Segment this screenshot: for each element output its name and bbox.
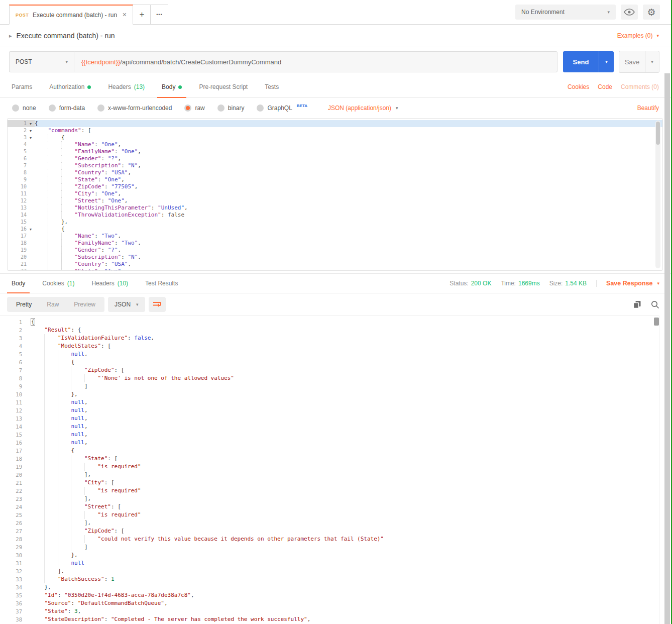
code-line: 22 "State": "Two", bbox=[8, 268, 662, 271]
line-number: 7 bbox=[0, 366, 22, 374]
send-options-button[interactable]: ▾ bbox=[599, 51, 614, 72]
code-line: 30 }, bbox=[0, 551, 659, 559]
fold-toggle-icon[interactable]: ▾ bbox=[27, 127, 35, 134]
fold-toggle-icon[interactable]: ▾ bbox=[27, 226, 35, 233]
code-line: 5 "FamilyName": "One", bbox=[8, 148, 662, 155]
fold-gutter bbox=[22, 342, 31, 350]
content-type-selector[interactable]: JSON (application/json) ▾ bbox=[328, 105, 398, 112]
indent-guide bbox=[58, 455, 58, 463]
indent-guide bbox=[44, 382, 45, 390]
tab-method-label: POST bbox=[16, 13, 29, 18]
code-text: null, bbox=[31, 414, 659, 423]
response-format-selector[interactable]: JSON ▾ bbox=[108, 297, 145, 312]
environment-selector[interactable]: No Environment ▾ bbox=[515, 5, 616, 20]
response-tab-test-results[interactable]: Test Results bbox=[141, 274, 182, 293]
close-tab-icon[interactable]: ✕ bbox=[122, 12, 127, 18]
code-line: 12 "Street": "One", bbox=[8, 197, 662, 204]
request-body-editor[interactable]: 1▾{2▾ "commands": [3▾ {4 "Name": "One",5… bbox=[7, 118, 663, 271]
response-tab-body[interactable]: Body bbox=[7, 274, 30, 293]
fold-gutter bbox=[22, 599, 31, 607]
fold-toggle-icon[interactable]: ▾ bbox=[27, 120, 35, 127]
body-mode-none[interactable]: none bbox=[12, 105, 36, 112]
fold-gutter bbox=[22, 326, 31, 334]
indent-guide bbox=[58, 535, 58, 543]
copy-response-button[interactable] bbox=[633, 300, 641, 309]
request-editor-scrollbar-thumb[interactable] bbox=[656, 122, 660, 145]
code-text: null, bbox=[31, 439, 659, 447]
fold-gutter bbox=[27, 190, 35, 197]
request-tab-headers[interactable]: Headers(13) bbox=[103, 76, 149, 97]
cookies-link[interactable]: Cookies bbox=[568, 83, 589, 90]
request-tab-params[interactable]: Params bbox=[7, 76, 37, 97]
chevron-down-icon: ▾ bbox=[607, 10, 610, 15]
code-text: "ZipCode": [ bbox=[31, 527, 659, 535]
environment-quick-look-button[interactable] bbox=[621, 5, 638, 20]
line-number: 23 bbox=[0, 495, 22, 503]
line-number: 8 bbox=[8, 169, 27, 176]
wrap-lines-button[interactable] bbox=[149, 297, 166, 312]
body-mode-graphql[interactable]: GraphQLBETA bbox=[257, 105, 307, 112]
code-line: 9 "State": "One", bbox=[8, 176, 662, 183]
request-tab-authorization[interactable]: Authorization bbox=[45, 76, 95, 97]
page-scrollbar[interactable] bbox=[664, 73, 670, 624]
fold-gutter bbox=[22, 503, 31, 511]
fold-gutter bbox=[27, 176, 35, 183]
url-input[interactable]: {{tcendpoint}}/api/command/batch/CreateC… bbox=[74, 51, 557, 72]
body-mode-x-www-form-urlencoded[interactable]: x-www-form-urlencoded bbox=[97, 105, 172, 112]
body-mode-form-data[interactable]: form-data bbox=[49, 105, 85, 112]
fold-toggle-icon[interactable]: ▾ bbox=[27, 134, 35, 141]
indent-guide bbox=[44, 406, 45, 414]
settings-button[interactable]: ⚙ bbox=[643, 5, 660, 20]
new-tab-button[interactable]: + bbox=[133, 5, 151, 25]
indent-guide bbox=[44, 559, 45, 567]
indent-guide bbox=[48, 190, 48, 197]
indent-guide bbox=[61, 141, 62, 148]
fold-gutter bbox=[22, 334, 31, 342]
body-mode-binary[interactable]: binary bbox=[217, 105, 245, 112]
request-tab[interactable]: POST Execute command (batch) - run ✕ bbox=[9, 5, 133, 25]
examples-dropdown[interactable]: Examples (0) ▾ bbox=[617, 32, 659, 39]
request-tab-tests[interactable]: Tests bbox=[260, 76, 283, 97]
indent-guide bbox=[48, 204, 48, 212]
send-button[interactable]: Send bbox=[563, 51, 599, 72]
tabs-menu-button[interactable]: ••• bbox=[151, 5, 168, 25]
indent-guide bbox=[48, 219, 48, 226]
view-mode-preview[interactable]: Preview bbox=[66, 301, 103, 308]
code-text: null, bbox=[31, 350, 659, 358]
method-selector[interactable]: POST ▾ bbox=[9, 51, 74, 72]
view-mode-raw[interactable]: Raw bbox=[39, 301, 66, 308]
body-mode-raw[interactable]: raw bbox=[184, 105, 204, 112]
indent-guide bbox=[44, 575, 45, 583]
save-response-dropdown[interactable]: Save Response ▾ bbox=[596, 280, 659, 287]
line-number: 10 bbox=[8, 183, 27, 190]
code-line: 2▾ "commands": [ bbox=[8, 127, 662, 134]
line-number: 37 bbox=[0, 607, 22, 615]
beautify-link[interactable]: Beautify bbox=[637, 105, 659, 112]
response-tab-headers[interactable]: Headers(10) bbox=[87, 274, 133, 293]
tab-label: Headers bbox=[91, 280, 114, 287]
search-response-button[interactable] bbox=[651, 300, 659, 309]
save-button[interactable]: Save bbox=[619, 51, 645, 72]
comments-link[interactable]: Comments (0) bbox=[621, 83, 659, 90]
response-tab-cookies[interactable]: Cookies(1) bbox=[38, 274, 79, 293]
view-mode-pretty[interactable]: Pretty bbox=[9, 301, 39, 308]
code-text: "ZipCode": [ bbox=[31, 366, 659, 374]
response-editor-scrollbar-thumb[interactable] bbox=[654, 318, 659, 326]
request-tab-pre-request-script[interactable]: Pre-request Script bbox=[194, 76, 252, 97]
tab-label: Tests bbox=[265, 83, 279, 90]
environment-area: No Environment ▾ ⚙ bbox=[515, 5, 672, 20]
indent-guide bbox=[44, 447, 45, 455]
request-editor-scrollbar[interactable] bbox=[655, 121, 660, 268]
response-body-editor[interactable]: 1{2 "Result": {3 "IsValidationFailure": … bbox=[0, 316, 659, 624]
radio-icon bbox=[257, 105, 264, 112]
indent-guide bbox=[71, 511, 71, 519]
body-mode-label: GraphQL bbox=[267, 105, 292, 112]
disclosure-triangle-icon[interactable]: ▸ bbox=[9, 33, 12, 39]
request-tab-body[interactable]: Body bbox=[157, 76, 186, 97]
code-link[interactable]: Code bbox=[598, 83, 612, 90]
fold-gutter bbox=[22, 607, 31, 615]
save-options-button[interactable]: ▾ bbox=[645, 51, 659, 72]
indent-guide bbox=[48, 176, 48, 183]
code-line: 12 null, bbox=[0, 406, 659, 414]
indent-guide bbox=[48, 261, 48, 268]
